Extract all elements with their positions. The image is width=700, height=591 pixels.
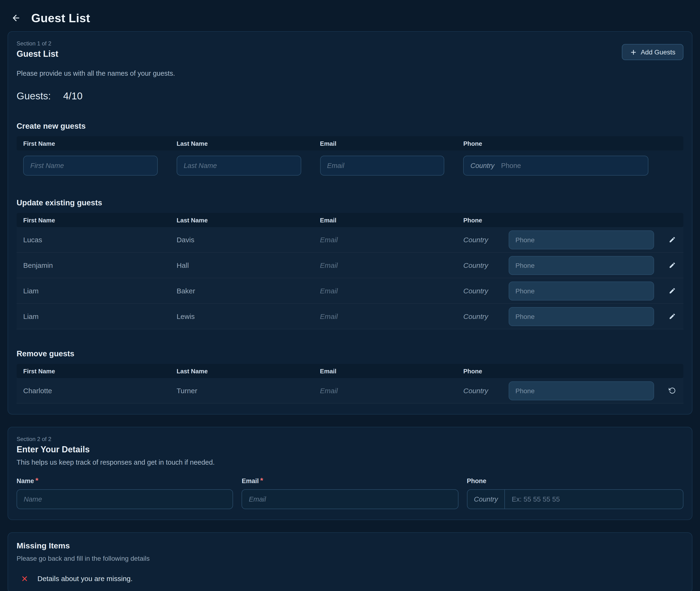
guest-row: Benjamin Hall Country — [16, 253, 684, 278]
guests-counter: Guests: 4/10 — [16, 90, 684, 102]
phone-input[interactable] — [505, 490, 683, 509]
section1-description: Please provide us with all the names of … — [16, 70, 684, 77]
details-fields: Name* Email* Phone Country — [16, 476, 684, 509]
missing-items-card: Missing Items Please go back and fill in… — [8, 532, 692, 591]
phone-group: Country — [467, 489, 684, 509]
country-select[interactable]: Country — [467, 490, 505, 509]
guest-first-name: Benjamin — [16, 261, 170, 269]
top-header: Guest List — [8, 0, 692, 31]
edit-guest-button[interactable] — [664, 309, 680, 324]
section2-label: Section 2 of 2 — [16, 436, 684, 443]
remove-guest-row: Charlotte Turner Country — [16, 378, 684, 404]
section1-title: Guest List — [16, 49, 58, 59]
guest-first-name: Charlotte — [16, 387, 170, 395]
guest-phone-input[interactable] — [509, 307, 654, 326]
section1-label: Section 1 of 2 — [16, 40, 58, 47]
guests-count: 4/10 — [63, 90, 83, 102]
add-guests-label: Add Guests — [641, 48, 676, 56]
name-label: Name — [16, 477, 34, 484]
add-guests-button[interactable]: Add Guests — [622, 44, 684, 60]
create-country-select[interactable]: Country — [464, 162, 501, 170]
guest-phone-input[interactable] — [509, 256, 654, 275]
guest-email-input[interactable] — [320, 261, 447, 269]
create-table-header: First Name Last Name Email Phone — [16, 136, 684, 150]
guest-first-name: Liam — [16, 312, 170, 320]
edit-guest-button[interactable] — [664, 232, 680, 247]
guest-country-select[interactable]: Country — [463, 287, 509, 295]
guest-last-name: Baker — [170, 287, 313, 295]
email-label: Email — [242, 477, 259, 484]
guest-row: Lucas Davis Country — [16, 227, 684, 253]
create-phone-input[interactable] — [501, 156, 648, 175]
section2-title: Enter Your Details — [16, 445, 684, 455]
section1-header: Section 1 of 2 Guest List Add Guests — [16, 40, 684, 60]
col-last-name: Last Name — [170, 216, 313, 223]
guest-country-select[interactable]: Country — [463, 387, 509, 395]
guest-email-input[interactable] — [320, 312, 447, 320]
name-field-group: Name* — [16, 476, 233, 509]
create-guests-title: Create new guests — [16, 122, 684, 131]
guest-last-name: Davis — [170, 236, 313, 244]
email-input[interactable] — [242, 489, 459, 509]
col-email: Email — [313, 368, 457, 375]
restore-guest-button[interactable] — [664, 383, 680, 398]
col-first-name: First Name — [16, 140, 170, 147]
create-phone-group: Country — [463, 156, 648, 176]
page-content: Guest List Section 1 of 2 Guest List Add… — [0, 0, 700, 591]
update-guests-title: Update existing guests — [16, 198, 684, 207]
col-phone: Phone — [457, 216, 661, 223]
col-email: Email — [313, 140, 457, 147]
create-email-input[interactable] — [320, 156, 444, 176]
guest-first-name: Liam — [16, 287, 170, 295]
required-asterisk: * — [260, 476, 263, 484]
guest-row: Liam Lewis Country — [16, 304, 684, 329]
guest-country-select[interactable]: Country — [463, 312, 509, 320]
guest-email-input[interactable] — [320, 236, 447, 244]
missing-item-text: Details about you are missing. — [38, 575, 133, 583]
app-root: Guest List Section 1 of 2 Guest List Add… — [0, 0, 700, 591]
missing-item: Details about you are missing. — [16, 575, 684, 583]
guests-label: Guests: — [16, 90, 51, 102]
update-table-header: First Name Last Name Email Phone — [16, 213, 684, 227]
col-first-name: First Name — [16, 216, 170, 223]
guest-phone-input[interactable] — [509, 381, 654, 400]
create-first-name-input[interactable] — [23, 156, 158, 176]
arrow-left-icon — [11, 13, 21, 23]
guest-email-input[interactable] — [320, 286, 447, 294]
back-button[interactable] — [8, 10, 24, 25]
name-input[interactable] — [16, 489, 233, 509]
pencil-icon — [668, 287, 676, 294]
phone-field-group: Phone Country — [467, 476, 684, 509]
edit-guest-button[interactable] — [664, 258, 680, 273]
col-email: Email — [313, 216, 457, 223]
guest-phone-input[interactable] — [509, 281, 654, 300]
remove-guests-title: Remove guests — [16, 349, 684, 358]
missing-items-title: Missing Items — [16, 541, 684, 551]
col-first-name: First Name — [16, 368, 170, 375]
create-last-name-input[interactable] — [177, 156, 301, 176]
pencil-icon — [668, 236, 676, 243]
guest-last-name: Turner — [170, 387, 313, 395]
section1-header-text: Section 1 of 2 Guest List — [16, 40, 58, 59]
phone-label: Phone — [467, 477, 486, 484]
col-phone: Phone — [457, 368, 661, 375]
edit-guest-button[interactable] — [664, 283, 680, 298]
your-details-section-card: Section 2 of 2 Enter Your Details This h… — [8, 427, 692, 520]
guest-list-section-card: Section 1 of 2 Guest List Add Guests Ple… — [8, 31, 692, 414]
guest-last-name: Lewis — [170, 312, 313, 320]
guest-first-name: Lucas — [16, 236, 170, 244]
guest-country-select[interactable]: Country — [463, 236, 509, 244]
pencil-icon — [668, 313, 676, 320]
guest-phone-input[interactable] — [509, 230, 654, 249]
guest-email-input[interactable] — [320, 386, 447, 394]
undo-icon — [668, 387, 676, 394]
remove-table-header: First Name Last Name Email Phone — [16, 364, 684, 378]
required-asterisk: * — [36, 476, 38, 484]
create-guest-row: Country — [16, 150, 684, 178]
pencil-icon — [668, 262, 676, 269]
error-x-icon — [21, 575, 28, 582]
plus-icon — [630, 49, 637, 56]
guest-last-name: Hall — [170, 261, 313, 269]
guest-country-select[interactable]: Country — [463, 261, 509, 269]
col-last-name: Last Name — [170, 140, 313, 147]
